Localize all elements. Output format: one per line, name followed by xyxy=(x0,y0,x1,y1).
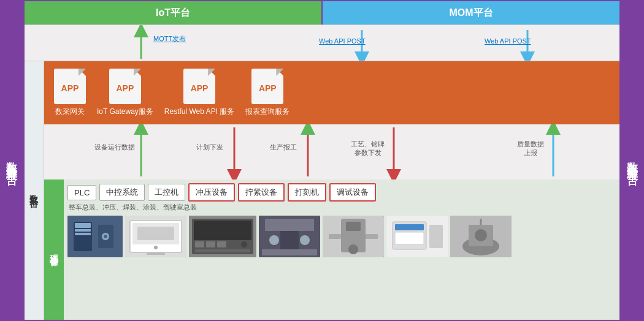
device-btn-plc[interactable]: PLC xyxy=(67,185,96,200)
app-item-iot-gateway: APP IoT Gateway服务 xyxy=(97,69,153,117)
svg-rect-20 xyxy=(75,233,91,235)
device-images-row xyxy=(64,213,619,320)
app-item-report: APP 报表查询服务 xyxy=(245,69,289,117)
device-image-plc xyxy=(67,216,123,257)
svg-point-36 xyxy=(241,241,247,247)
device-image-chongya xyxy=(259,216,320,257)
field-devices-section: 现场设备 PLC 中控系统 工控机 冲压设备 拧紧设备 打刻机 调试设备 整 xyxy=(44,179,619,320)
device-image-gongkong xyxy=(189,216,256,257)
svg-point-47 xyxy=(348,244,358,254)
app-section: APP 数采网关 APP IoT Gateway服务 APP xyxy=(44,61,619,124)
left-management-label: 数采管理平台 xyxy=(0,0,23,321)
svg-rect-41 xyxy=(262,249,317,255)
device-buttons-row: PLC 中控系统 工控机 冲压设备 拧紧设备 打刻机 调试设备 xyxy=(64,179,619,203)
app-icon-1: APP xyxy=(54,69,86,104)
app-label-3: APP xyxy=(191,83,209,93)
app-icon-4: APP xyxy=(251,69,283,104)
right-management-label: 数采管理平台 xyxy=(621,0,644,321)
svg-rect-35 xyxy=(217,241,226,247)
svg-point-43 xyxy=(300,235,310,245)
svg-rect-33 xyxy=(195,241,204,247)
flow-plan-release: 计划下发 xyxy=(191,143,228,152)
svg-rect-46 xyxy=(346,222,361,231)
app-name-1: 数采网关 xyxy=(55,107,85,117)
svg-rect-40 xyxy=(280,231,299,252)
svg-point-23 xyxy=(104,235,107,238)
flow-quality-report: 质量数据上报 xyxy=(510,140,550,157)
app-item-restful: APP Restful Web API 服务 xyxy=(164,69,235,117)
app-name-4: 报表查询服务 xyxy=(245,107,289,117)
webapi-post2-label: Web API POST xyxy=(485,37,531,45)
svg-rect-54 xyxy=(429,225,443,248)
svg-point-42 xyxy=(269,235,279,245)
svg-rect-27 xyxy=(137,227,174,240)
device-btn-dake[interactable]: 打刻机 xyxy=(288,183,326,202)
datacollection-platform-label: 数采平台 xyxy=(25,61,44,320)
device-image-tiaoshi xyxy=(450,216,512,257)
svg-rect-39 xyxy=(265,219,314,231)
app-icon-2: APP xyxy=(109,69,141,104)
assembly-text: 整车总装、冲压、焊装、涂装、驾驶室总装 xyxy=(64,203,619,213)
device-btn-ningjin[interactable]: 拧紧设备 xyxy=(238,183,285,202)
app-icon-3: APP xyxy=(183,69,215,104)
device-image-zhongkong xyxy=(125,216,186,257)
field-devices-label: 现场设备 xyxy=(44,179,64,320)
svg-rect-52 xyxy=(395,224,424,230)
device-image-dake xyxy=(386,216,448,257)
svg-rect-29 xyxy=(147,252,165,255)
app-name-3: Restful Web API 服务 xyxy=(164,107,235,117)
mqtt-label: MQTT发布 xyxy=(153,34,186,43)
webapi-post1-label: Web API POST xyxy=(319,37,366,45)
iot-platform-header: IoT平台 xyxy=(25,1,323,25)
app-label-1: APP xyxy=(61,83,79,93)
mom-platform-header: MOM平台 xyxy=(323,1,619,25)
svg-rect-53 xyxy=(395,232,424,244)
svg-rect-37 xyxy=(195,249,250,252)
svg-point-28 xyxy=(154,246,158,249)
svg-rect-19 xyxy=(75,229,91,232)
svg-rect-48 xyxy=(329,234,341,239)
device-btn-gongkong[interactable]: 工控机 xyxy=(148,184,185,201)
flow-production-report: 生产报工 xyxy=(265,143,302,152)
svg-rect-18 xyxy=(75,223,91,228)
svg-rect-34 xyxy=(206,241,215,247)
app-label-4: APP xyxy=(259,83,277,93)
device-image-ningjin xyxy=(323,216,384,257)
device-btn-tiaoshi[interactable]: 调试设备 xyxy=(329,183,376,202)
flow-tech-params: 工艺、铭牌参数下发 xyxy=(348,140,388,157)
app-label-2: APP xyxy=(117,83,134,93)
device-btn-zhongkong[interactable]: 中控系统 xyxy=(99,184,145,201)
svg-rect-49 xyxy=(366,234,378,239)
app-name-2: IoT Gateway服务 xyxy=(97,107,153,117)
svg-point-58 xyxy=(475,229,487,241)
svg-rect-32 xyxy=(194,221,251,240)
device-btn-chongya[interactable]: 冲压设备 xyxy=(188,183,235,202)
flow-device-data: 设备运行数据 xyxy=(93,143,136,152)
app-item-gateway: APP 数采网关 xyxy=(54,69,86,117)
